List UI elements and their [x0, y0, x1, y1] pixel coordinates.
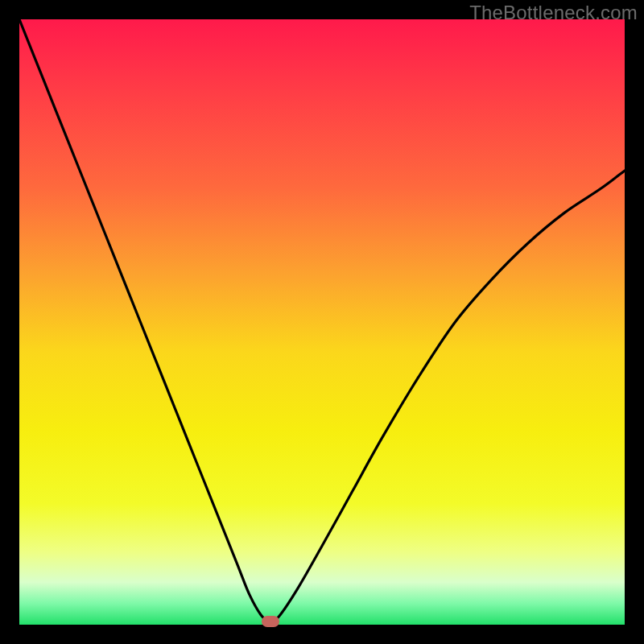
chart-background	[19, 19, 625, 625]
optimal-point-marker	[262, 616, 279, 627]
bottleneck-chart	[19, 19, 625, 625]
plot-frame	[19, 19, 625, 625]
